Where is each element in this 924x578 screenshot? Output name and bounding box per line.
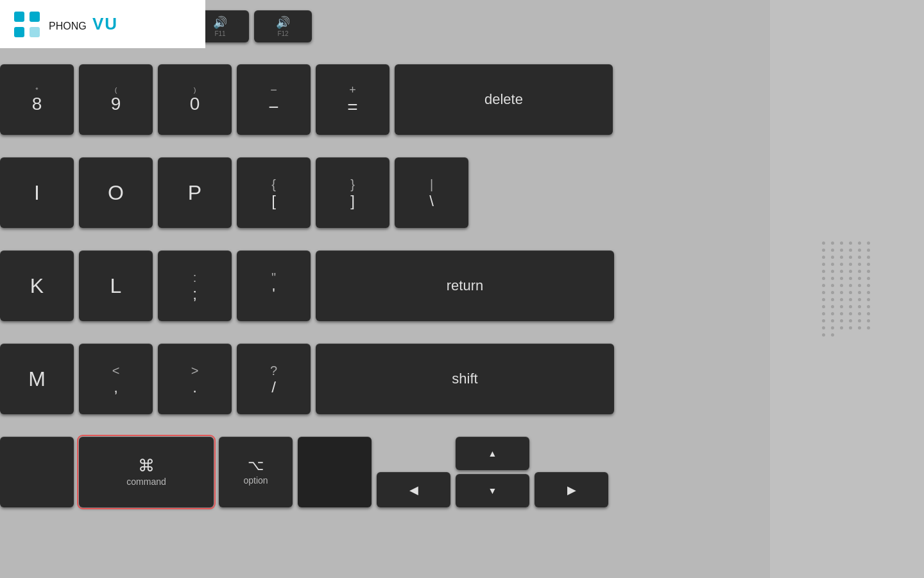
speaker-dot	[822, 298, 825, 301]
speaker-dot	[840, 263, 843, 266]
speaker-dot	[831, 263, 834, 266]
logo-brand1: PHONG	[49, 21, 87, 31]
key-comma[interactable]: < ,	[79, 344, 153, 414]
speaker-dot	[840, 326, 843, 329]
speaker-dot	[822, 291, 825, 294]
speaker-dot	[849, 284, 852, 287]
speaker-dot	[822, 263, 825, 266]
key-equals[interactable]: + =	[316, 64, 389, 135]
keyboard-body: 🔉 F10 🔊 F11 🔊 F12 * 8 ( 9 ) 0	[0, 0, 770, 578]
key-command[interactable]: ⌘ command	[79, 437, 214, 507]
speaker-dot	[858, 326, 861, 329]
qwerty-row: I O P { [ } ] | \	[0, 151, 770, 234]
speaker-dot	[849, 256, 852, 259]
speaker-dot	[840, 241, 843, 245]
speaker-dot	[849, 263, 852, 266]
key-o[interactable]: O	[79, 157, 153, 228]
key-quote[interactable]: " '	[237, 250, 311, 321]
key-arrow-up[interactable]: ▲	[456, 437, 529, 470]
speaker-dot	[849, 326, 852, 329]
key-i[interactable]: I	[0, 157, 74, 228]
key-backslash[interactable]: | \	[395, 157, 468, 228]
speaker-dot	[849, 298, 852, 301]
speaker-dot	[840, 298, 843, 301]
speaker-dot	[849, 319, 852, 322]
svg-rect-2	[14, 27, 24, 37]
speaker-dot	[831, 291, 834, 294]
key-arrow-down[interactable]: ▼	[456, 474, 529, 507]
speaker-dot	[858, 256, 861, 259]
bottom-row: M < , > . ? / shift	[0, 337, 770, 421]
speaker-dot	[867, 298, 870, 301]
speaker-dot	[822, 249, 825, 252]
key-return[interactable]: return	[316, 250, 614, 321]
key-semicolon[interactable]: : ;	[158, 250, 232, 321]
speaker-dot	[858, 312, 861, 315]
key-l[interactable]: L	[79, 250, 153, 321]
speaker-dot	[867, 277, 870, 280]
logo-text: PHONG VU	[49, 14, 118, 34]
key-arrow-left[interactable]: ◀	[377, 472, 450, 507]
speaker-dot	[831, 312, 834, 315]
speaker-dot	[849, 249, 852, 252]
speaker-dot	[840, 249, 843, 252]
key-9[interactable]: ( 9	[79, 64, 153, 135]
home-row: K L : ; " ' return	[0, 244, 770, 328]
speaker-dot	[831, 298, 834, 301]
key-slash[interactable]: ? /	[237, 344, 311, 414]
key-bracket-open[interactable]: { [	[237, 157, 311, 228]
speaker-dot	[849, 277, 852, 280]
speaker-dot	[858, 263, 861, 266]
speaker-dot	[849, 305, 852, 308]
key-delete[interactable]: delete	[395, 64, 613, 135]
speaker-dot	[831, 277, 834, 280]
speaker-dot	[822, 319, 825, 322]
key-p[interactable]: P	[158, 157, 232, 228]
speaker-dot	[858, 241, 861, 245]
key-f12[interactable]: 🔊 F12	[254, 10, 312, 42]
speaker-dot	[849, 312, 852, 315]
speaker-dot	[858, 305, 861, 308]
key-arrow-up-down-container: ▲ ▼	[456, 437, 529, 507]
speaker-dot	[849, 291, 852, 294]
key-period[interactable]: > .	[158, 344, 232, 414]
speaker-dot	[867, 241, 870, 245]
speaker-dot	[867, 291, 870, 294]
key-minus[interactable]: − −	[237, 64, 311, 135]
speaker-dot	[831, 284, 834, 287]
speaker-dot	[858, 284, 861, 287]
key-k[interactable]: K	[0, 250, 74, 321]
speaker-dot	[822, 312, 825, 315]
speaker-dot	[858, 277, 861, 280]
speaker-dot	[831, 319, 834, 322]
speaker-dot	[822, 270, 825, 273]
speaker-dot	[822, 256, 825, 259]
logo-icon	[13, 10, 41, 39]
speaker-dot	[840, 277, 843, 280]
speaker-dot	[840, 291, 843, 294]
number-row: * 8 ( 9 ) 0 − − + = delete	[0, 58, 770, 141]
key-space[interactable]	[298, 437, 372, 507]
speaker-dot	[858, 270, 861, 273]
speaker-dot	[840, 284, 843, 287]
speaker-dot	[858, 249, 861, 252]
speaker-dot	[858, 319, 861, 322]
key-arrow-right[interactable]: ▶	[535, 472, 608, 507]
speaker-dot	[831, 305, 834, 308]
key-option[interactable]: ⌥ option	[219, 437, 293, 507]
key-m[interactable]: M	[0, 344, 74, 414]
key-0[interactable]: ) 0	[158, 64, 232, 135]
speaker-dots	[822, 241, 872, 337]
speaker-dot	[867, 305, 870, 308]
speaker-dot	[867, 263, 870, 266]
speaker-dot	[822, 277, 825, 280]
key-shift-right[interactable]: shift	[316, 344, 614, 414]
speaker-dot	[840, 305, 843, 308]
speaker-dot	[822, 333, 825, 337]
key-8[interactable]: * 8	[0, 64, 74, 135]
key-fn[interactable]	[0, 437, 74, 507]
speaker-dot	[849, 241, 852, 245]
fkey-row: 🔉 F10 🔊 F11 🔊 F12	[128, 5, 770, 47]
key-bracket-close[interactable]: } ]	[316, 157, 389, 228]
speaker-dot	[867, 270, 870, 273]
